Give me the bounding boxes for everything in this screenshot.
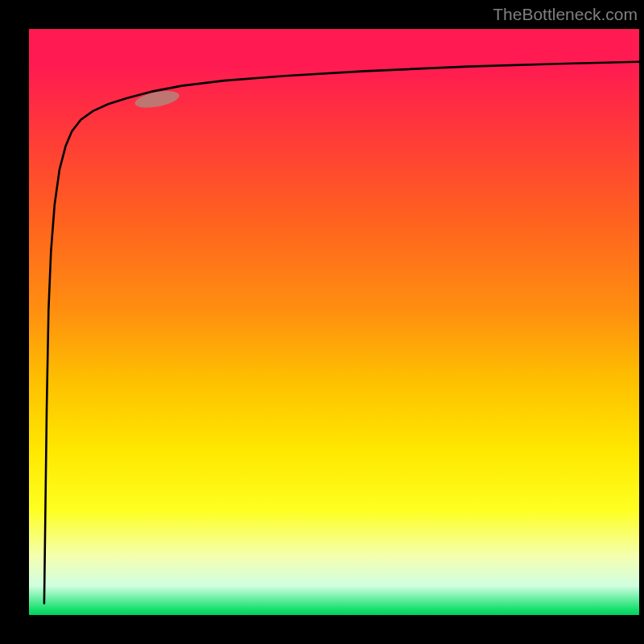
plot-area: [29, 29, 639, 615]
curve-svg: [29, 29, 639, 615]
chart-frame: TheBottleneck.com: [0, 0, 644, 644]
watermark-label: TheBottleneck.com: [493, 5, 638, 24]
bottleneck-curve: [44, 62, 639, 604]
